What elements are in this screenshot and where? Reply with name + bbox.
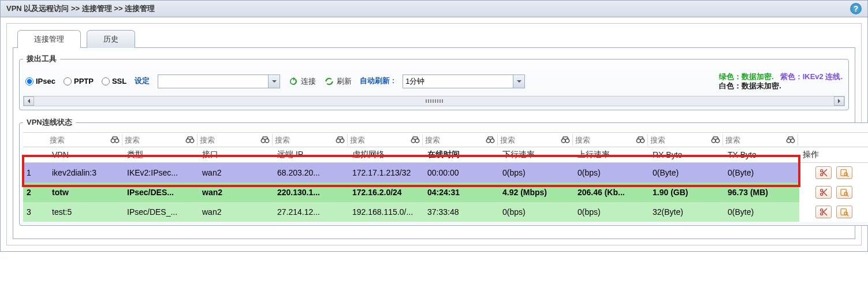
col-iface[interactable]: 接口: [199, 147, 274, 163]
svg-point-6: [336, 139, 340, 143]
search-input[interactable]: [275, 135, 333, 146]
svg-point-5: [265, 139, 269, 143]
connect-button[interactable]: 连接: [288, 76, 316, 87]
titlebar: VPN 以及远程访问 >> 连接管理 >> 连接管理 ?: [1, 1, 867, 17]
col-type[interactable]: 类型: [124, 147, 199, 163]
svg-point-11: [490, 139, 494, 143]
scroll-grip-icon: [426, 99, 443, 103]
search-input[interactable]: [125, 135, 183, 146]
profile-combo[interactable]: [158, 74, 280, 88]
breadcrumb: VPN 以及远程访问 >> 连接管理 >> 连接管理: [6, 3, 155, 14]
radio-ipsec[interactable]: IPsec: [25, 77, 55, 85]
binoculars-icon[interactable]: [334, 134, 346, 146]
scroll-right-icon[interactable]: [834, 96, 844, 106]
search-input[interactable]: [350, 135, 408, 146]
col-vpn[interactable]: VPN: [49, 147, 124, 163]
binoculars-icon[interactable]: [635, 134, 646, 146]
legend-colors: 绿色：数据加密. 紫色：IKEv2 连线. 白色：数据未加密.: [719, 72, 843, 90]
svg-point-1: [115, 139, 119, 143]
svg-point-17: [716, 139, 720, 143]
auto-refresh-input[interactable]: [403, 75, 513, 88]
svg-point-7: [340, 139, 344, 143]
binoculars-icon[interactable]: [109, 134, 121, 146]
table-row[interactable]: 3test:5IPsec/DES_...wan227.214.12...192.…: [23, 202, 868, 222]
dialout-group: 拨出工具 IPsec PPTP SSL 设定: [19, 54, 849, 110]
svg-point-13: [565, 139, 569, 143]
binoculars-icon[interactable]: [259, 134, 271, 146]
dialout-legend: 拨出工具: [23, 54, 60, 64]
col-vnet[interactable]: 虚拟网络: [349, 147, 424, 163]
col-up[interactable]: 上行速率: [574, 147, 649, 163]
detail-button[interactable]: [836, 186, 852, 199]
binoculars-icon[interactable]: [785, 134, 796, 146]
auto-refresh-label: 自动刷新 :: [360, 77, 394, 85]
scroll-left-icon[interactable]: [24, 96, 34, 106]
search-input[interactable]: [650, 135, 709, 146]
svg-point-15: [640, 139, 645, 143]
col-tx[interactable]: TX Byte: [724, 147, 799, 163]
svg-point-2: [186, 139, 190, 143]
disconnect-button[interactable]: [815, 186, 832, 199]
binoculars-icon[interactable]: [485, 134, 496, 146]
svg-point-4: [261, 139, 265, 143]
status-legend: VPN连线状态: [23, 117, 76, 128]
radio-ssl-input[interactable]: [102, 77, 110, 85]
search-input[interactable]: [725, 135, 784, 146]
svg-point-3: [190, 139, 194, 143]
col-down[interactable]: 下行速率: [499, 147, 574, 163]
svg-point-9: [415, 139, 419, 143]
svg-point-16: [711, 139, 716, 143]
svg-point-0: [111, 139, 115, 143]
search-input[interactable]: [425, 135, 483, 146]
table-row[interactable]: 2totwIPsec/DES...wan2220.130.1...172.16.…: [23, 182, 868, 202]
search-input[interactable]: [200, 135, 258, 146]
status-table: VPN 类型 接口 远端 IP 虚拟网络 在线时间 下行速率 上行速率 RX B…: [23, 132, 868, 222]
radio-ipsec-input[interactable]: [25, 77, 33, 85]
auto-refresh-combo[interactable]: [403, 74, 525, 88]
detail-button[interactable]: [836, 206, 852, 218]
status-group: VPN连线状态 VPN 类型 接口: [19, 117, 868, 226]
search-input[interactable]: [50, 135, 108, 146]
col-remote-ip[interactable]: 远端 IP: [274, 147, 349, 163]
connect-icon: [288, 76, 299, 87]
svg-point-12: [561, 139, 565, 143]
detail-button[interactable]: [836, 166, 852, 179]
toolbar-scrollbar[interactable]: [23, 96, 845, 106]
binoculars-icon[interactable]: [184, 134, 196, 146]
svg-point-19: [791, 139, 795, 143]
refresh-button[interactable]: 刷新: [324, 76, 352, 87]
chevron-down-icon[interactable]: [268, 75, 280, 88]
radio-pptp-input[interactable]: [64, 77, 72, 85]
svg-point-10: [486, 139, 490, 143]
binoculars-icon[interactable]: [710, 134, 721, 146]
tab-connection-mgmt[interactable]: 连接管理: [17, 30, 81, 48]
profile-input[interactable]: [158, 75, 268, 88]
radio-pptp[interactable]: PPTP: [64, 77, 94, 85]
svg-point-8: [411, 139, 415, 143]
refresh-icon: [324, 76, 334, 87]
svg-point-18: [787, 139, 791, 143]
profile-label: 设定: [135, 77, 150, 85]
binoculars-icon[interactable]: [409, 134, 421, 146]
table-row[interactable]: 1ikev2dialin:3IKEv2:IPsec...wan268.203.2…: [23, 163, 868, 183]
help-icon[interactable]: ?: [850, 3, 862, 14]
chevron-down-icon[interactable]: [513, 75, 524, 88]
col-rx[interactable]: RX Byte: [649, 147, 724, 163]
col-uptime[interactable]: 在线时间: [424, 147, 499, 163]
search-input[interactable]: [500, 135, 558, 146]
disconnect-button[interactable]: [815, 166, 832, 179]
svg-point-14: [636, 139, 640, 143]
search-input[interactable]: [575, 135, 634, 146]
disconnect-button[interactable]: [815, 206, 832, 218]
tab-history[interactable]: 历史: [87, 30, 135, 48]
col-ops[interactable]: 操作: [799, 147, 868, 163]
radio-ssl[interactable]: SSL: [102, 77, 126, 85]
binoculars-icon[interactable]: [560, 134, 571, 146]
